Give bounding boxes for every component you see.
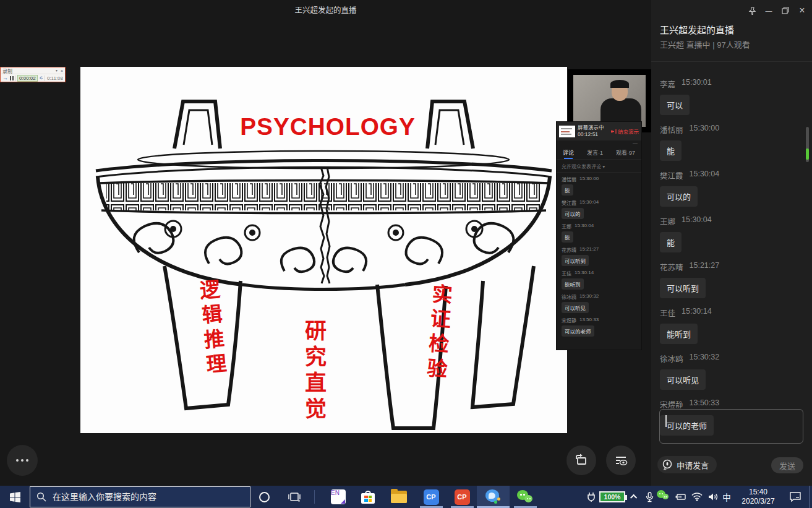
taskbar-divider [314,490,315,504]
message-bubble: 可以的 [660,186,698,207]
message-bubble: 能 [660,232,682,252]
recorder-dropdown-icon[interactable]: ▼ [55,69,58,73]
clock-date: 2020/3/27 [741,497,774,506]
restore-icon[interactable] [780,5,791,16]
mini-chat-message: 徐冰鸥15:30:32可以听见 [562,293,636,313]
cp-red-icon: CP [455,489,470,505]
mini-chat-message: 花苏晴15:21:27可以听到 [562,246,636,266]
task-view-button[interactable] [281,486,307,508]
live-chat-panel: — × 王兴超发起的直播 王兴超 直播中 | 97人观看 李嘉15:30:01可… [651,0,812,486]
stage-title: 王兴超发起的直播 [0,4,651,15]
comments-visibility-icon [613,453,628,468]
exit-icon [611,129,617,134]
comment-permission-dropdown[interactable]: 允许观众发表评论 ▾ [557,159,641,173]
taskbar-app-cp-blue[interactable]: CP [417,486,445,508]
chat-message: 王佳15:30:14能听到 [660,307,800,344]
battery-indicator[interactable]: 100% [597,486,627,508]
chevron-up-icon [630,494,637,501]
cp-blue-icon: CP [424,489,439,505]
windows-taskbar: EN CP CP 100% 中 15:40 2020/3/27 [0,486,812,508]
close-icon[interactable]: × [797,5,808,16]
tab-comments[interactable]: 评论 [563,149,574,159]
sender-name: 王佳 [660,307,675,319]
message-time: 15:30:00 [690,124,720,136]
running-indicator [420,506,443,508]
text-caret [665,415,667,427]
start-button[interactable] [0,486,30,508]
taskbar-clock[interactable]: 15:40 2020/3/27 [735,486,782,508]
task-view-icon [288,491,301,502]
chat-message: 徐冰鸥15:30:32可以听见 [660,353,800,390]
slide-thumbnail [559,126,575,137]
peripheral-battery-icon[interactable] [673,486,689,508]
taskbar-app-wecom-active[interactable] [477,486,510,508]
action-center-icon [790,492,801,502]
tray-overflow-chevron[interactable] [627,486,642,508]
volume-icon[interactable] [705,486,721,508]
wifi-icon[interactable] [689,486,705,508]
more-options-button[interactable] [7,445,38,476]
recorder-close-icon[interactable]: × [61,69,63,73]
message-time: 15:30:01 [682,78,712,90]
running-indicator [514,506,537,508]
end-presentation-button[interactable]: 结束演示 [611,127,639,135]
taskbar-app-endnote[interactable]: EN [325,486,352,508]
chat-message: 李嘉15:30:01可以 [660,78,800,115]
show-desktop-button[interactable] [809,486,810,508]
chat-scrollbar[interactable] [806,127,809,162]
recording-title: 录制 [2,67,12,74]
taskbar-app-wechat[interactable] [511,486,539,508]
send-button[interactable]: 发送 [771,457,803,473]
wechat-icon [517,489,533,504]
collapse-handle[interactable]: — [557,140,641,147]
ppt-recording-toolbar: 录制 ▼ × → 0:00:02 0:11:08 [0,67,66,82]
sender-name: 李嘉 [660,78,675,90]
message-bubble: 可以听到 [660,278,706,298]
file-explorer-icon [391,491,407,503]
action-center-button[interactable] [784,486,806,508]
webcam-video [573,75,646,127]
tab-speakers[interactable]: 发言·1 [587,149,603,159]
message-bubble: 能听到 [660,324,698,344]
sender-name: 潘恬丽 [660,124,683,136]
share-screen-icon [574,453,589,468]
next-slide-icon[interactable]: → [2,75,8,81]
slide-title: PSYCHOLOGY [233,114,422,140]
chat-message: 花苏晴15:21:27可以听到 [660,261,800,298]
chat-panel-title: 王兴超发起的直播 [660,23,734,36]
taskbar-search[interactable] [30,486,250,507]
power-plug-icon[interactable] [584,486,599,508]
share-screen-button[interactable] [566,446,596,475]
repeat-icon[interactable] [40,75,43,81]
message-time: 15:21:27 [690,261,720,273]
pause-icon[interactable] [10,76,14,80]
ime-indicator[interactable]: 中 [720,486,733,508]
screenshare-preview-panel: 屏幕演示中 00:12:51 结束演示 — 评论 发言·1 观看·97 允许观众… [557,122,641,350]
taskbar-app-file-explorer[interactable] [385,486,412,508]
new-message-indicator [806,149,809,160]
recording-total-time: 0:11:08 [47,75,63,81]
tab-viewers[interactable]: 观看·97 [616,149,635,159]
message-time: 15:30:04 [690,170,720,181]
cortana-icon [259,492,270,502]
message-bubble: 可以听见 [660,369,706,390]
chat-message: 王娜15:30:04能 [660,215,800,252]
taskbar-app-microsoft-store[interactable] [354,486,382,508]
minimize-icon[interactable]: — [763,5,774,16]
chat-message-list[interactable]: 李嘉15:30:01可以 潘恬丽15:30:00能 樊江霞15:30:04可以的… [660,78,800,444]
divider [651,61,812,62]
chat-input-box[interactable] [659,409,803,444]
message-time: 15:30:32 [690,353,720,364]
sender-name: 王娜 [660,215,675,227]
wechat-tray-icon[interactable] [657,486,673,508]
microsoft-store-icon [361,491,375,504]
apply-to-speak-button[interactable]: 申请发言 [657,456,717,473]
microphone-tray-icon[interactable] [642,486,657,508]
windows-logo-icon [10,492,20,502]
toggle-comments-button[interactable] [606,446,636,475]
cortana-button[interactable] [250,486,278,508]
more-icon [16,459,19,462]
taskbar-app-cp-red[interactable]: CP [448,486,476,508]
pin-icon[interactable] [746,5,758,16]
search-input[interactable] [53,492,238,502]
